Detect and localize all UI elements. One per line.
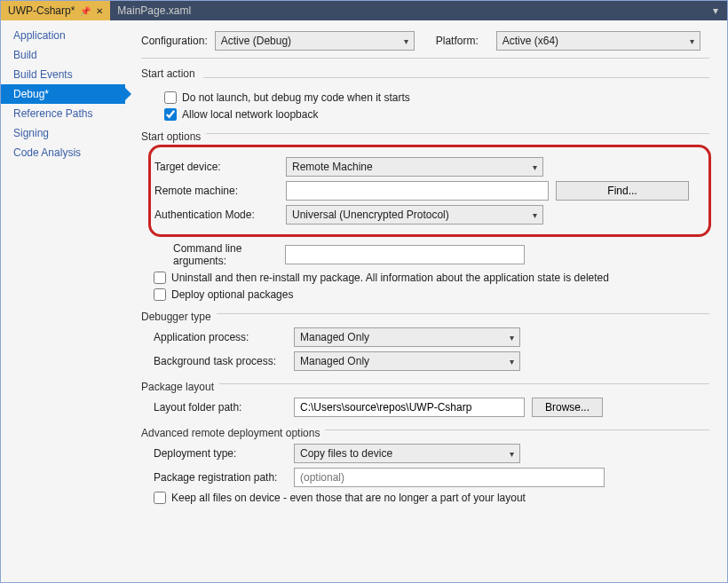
- layout-folder-label: Layout folder path:: [154, 401, 287, 414]
- tab-project-properties[interactable]: UWP-Csharp* 📌 ✕: [1, 1, 110, 20]
- platform-label: Platform:: [436, 35, 479, 47]
- chevron-down-icon: ▾: [533, 162, 537, 172]
- tab-overflow-menu-icon[interactable]: ▾: [708, 4, 724, 17]
- remote-machine-label: Remote machine:: [154, 185, 279, 197]
- loopback-checkbox[interactable]: [164, 108, 177, 121]
- cmd-args-label: Command line arguments:: [173, 242, 278, 267]
- deploy-optional-label: Deploy optional packages: [171, 288, 293, 301]
- deploy-type-label: Deployment type:: [154, 447, 287, 460]
- document-tabbar: UWP-Csharp* 📌 ✕ MainPage.xaml ▾: [1, 1, 727, 20]
- sidebar-item-application[interactable]: Application: [1, 26, 125, 45]
- sidebar-item-reference-paths[interactable]: Reference Paths: [1, 104, 125, 123]
- tab-mainpage-xaml[interactable]: MainPage.xaml: [110, 1, 198, 20]
- auth-mode-label: Authentication Mode:: [154, 209, 279, 221]
- sidebar-item-signing[interactable]: Signing: [1, 123, 125, 143]
- combo-value: Copy files to device: [300, 447, 392, 460]
- deploy-type-combo[interactable]: Copy files to device ▾: [294, 444, 520, 463]
- config-platform-row: Configuration: Active (Debug) ▾ Platform…: [141, 28, 709, 59]
- chevron-down-icon: ▾: [404, 36, 408, 46]
- uninstall-reinstall-checkbox[interactable]: [154, 272, 166, 284]
- combo-value: Active (x64): [502, 35, 558, 47]
- tab-label: MainPage.xaml: [117, 4, 191, 17]
- advanced-remote-title: Advanced remote deployment options: [141, 427, 325, 439]
- find-button[interactable]: Find...: [556, 181, 689, 201]
- chevron-down-icon: ▾: [690, 36, 694, 46]
- combo-value: Managed Only: [300, 331, 369, 343]
- pin-icon[interactable]: 📌: [80, 6, 91, 16]
- dont-launch-checkbox[interactable]: [164, 91, 177, 104]
- target-device-combo[interactable]: Remote Machine ▾: [286, 157, 543, 177]
- sidebar-item-build-events[interactable]: Build Events: [1, 65, 125, 84]
- combo-value: Managed Only: [300, 355, 369, 367]
- combo-value: Remote Machine: [292, 161, 373, 173]
- platform-combo[interactable]: Active (x64) ▾: [496, 31, 700, 51]
- tab-label: UWP-Csharp*: [8, 4, 75, 17]
- body: Application Build Build Events Debug* Re…: [1, 20, 727, 582]
- combo-value: Universal (Unencrypted Protocol): [292, 209, 449, 221]
- start-options-title: Start options: [141, 130, 206, 143]
- debugger-type-title: Debugger type: [141, 311, 217, 323]
- bg-process-label: Background task process:: [154, 355, 287, 367]
- sidebar-item-build[interactable]: Build: [1, 45, 125, 65]
- auth-mode-combo[interactable]: Universal (Unencrypted Protocol) ▾: [286, 205, 543, 225]
- app-process-label: Application process:: [154, 331, 287, 343]
- combo-value: Active (Debug): [221, 35, 291, 47]
- target-device-label: Target device:: [154, 161, 279, 173]
- cmd-args-input[interactable]: [285, 245, 525, 264]
- keep-files-checkbox[interactable]: [154, 492, 166, 504]
- sidebar-item-code-analysis[interactable]: Code Analysis: [1, 143, 125, 162]
- project-properties-window: UWP-Csharp* 📌 ✕ MainPage.xaml ▾ Applicat…: [0, 0, 728, 583]
- deploy-optional-checkbox[interactable]: [154, 288, 166, 301]
- debug-settings-panel: Configuration: Active (Debug) ▾ Platform…: [125, 20, 727, 582]
- configuration-combo[interactable]: Active (Debug) ▾: [215, 31, 415, 51]
- browse-button[interactable]: Browse...: [532, 398, 603, 417]
- loopback-label: Allow local network loopback: [182, 108, 318, 121]
- reg-path-label: Package registration path:: [154, 471, 287, 484]
- chevron-down-icon: ▾: [510, 449, 514, 459]
- remote-settings-highlight: Target device: Remote Machine ▾ Remote m…: [148, 145, 711, 237]
- close-icon[interactable]: ✕: [96, 6, 103, 16]
- reg-path-input[interactable]: [294, 468, 605, 487]
- configuration-label: Configuration:: [141, 35, 208, 47]
- layout-folder-input[interactable]: [294, 398, 525, 417]
- remote-machine-input[interactable]: [286, 181, 549, 201]
- app-process-combo[interactable]: Managed Only ▾: [294, 327, 520, 347]
- tabbar-overflow: ▾: [708, 1, 727, 20]
- properties-sidebar: Application Build Build Events Debug* Re…: [1, 20, 125, 582]
- chevron-down-icon: ▾: [533, 210, 537, 220]
- package-layout-title: Package layout: [141, 381, 219, 393]
- keep-files-label: Keep all files on device - even those th…: [171, 492, 526, 504]
- sidebar-item-debug[interactable]: Debug*: [1, 84, 125, 104]
- chevron-down-icon: ▾: [510, 357, 514, 366]
- uninstall-reinstall-label: Uninstall and then re-install my package…: [171, 272, 609, 284]
- bg-process-combo[interactable]: Managed Only ▾: [294, 351, 520, 371]
- dont-launch-label: Do not launch, but debug my code when it…: [182, 91, 410, 104]
- chevron-down-icon: ▾: [510, 333, 514, 343]
